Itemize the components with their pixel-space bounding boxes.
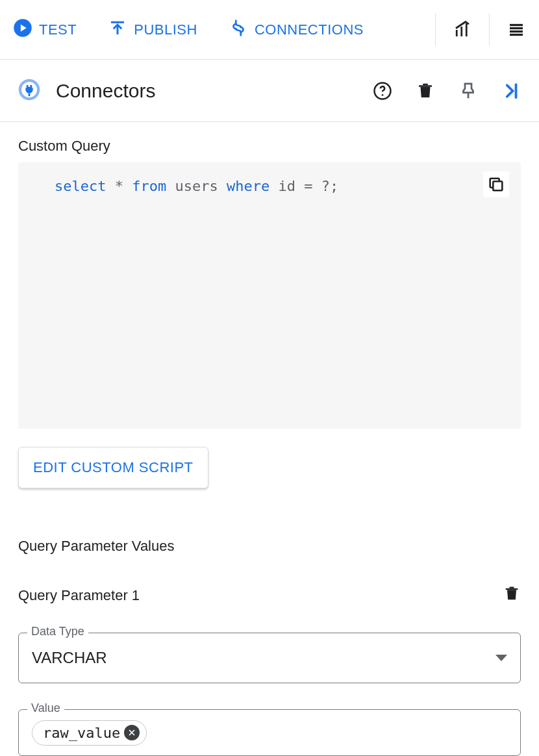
data-type-value: VARCHAR — [32, 649, 495, 667]
connectors-icon — [18, 79, 40, 103]
pin-button[interactable] — [458, 81, 478, 101]
delete-button[interactable] — [416, 81, 435, 101]
menu-button[interactable] — [507, 20, 526, 40]
top-toolbar: TEST PUBLISH CONNECTIONS — [0, 0, 539, 60]
upload-icon — [108, 18, 127, 42]
copy-button[interactable] — [483, 171, 509, 197]
content-area: Custom Query select * from users where i… — [0, 122, 539, 756]
svg-point-13 — [382, 94, 384, 95]
delete-parameter-button[interactable] — [503, 585, 521, 607]
plug-icon — [229, 18, 248, 42]
chevron-down-icon — [495, 655, 507, 661]
connections-label: CONNECTIONS — [255, 21, 364, 38]
page-title: Connectors — [56, 80, 373, 102]
custom-query-code: select * from users where id = ?; — [18, 162, 521, 429]
section-header: Connectors — [0, 60, 539, 122]
play-icon — [13, 18, 32, 42]
toolbar-divider — [435, 14, 436, 46]
test-button[interactable]: TEST — [13, 18, 77, 42]
value-chip-text: raw_value — [43, 725, 120, 741]
query-param-values-heading: Query Parameter Values — [18, 538, 521, 555]
publish-button[interactable]: PUBLISH — [108, 18, 197, 42]
query-parameter: Query Parameter 1 Data Type VARCHAR Valu… — [18, 585, 521, 756]
svg-rect-16 — [493, 181, 502, 190]
collapse-panel-button[interactable] — [501, 81, 521, 101]
query-parameter-name: Query Parameter 1 — [18, 587, 140, 604]
connections-button[interactable]: CONNECTIONS — [229, 18, 364, 42]
remove-chip-button[interactable] — [124, 725, 140, 740]
value-field[interactable]: Value raw_value — [18, 709, 521, 756]
data-type-label: Data Type — [27, 625, 88, 638]
test-label: TEST — [39, 21, 77, 38]
edit-custom-script-button[interactable]: EDIT CUSTOM SCRIPT — [18, 447, 208, 488]
value-label: Value — [27, 701, 64, 715]
toolbar-divider — [489, 14, 490, 46]
custom-query-label: Custom Query — [18, 138, 521, 155]
analytics-button[interactable] — [453, 20, 472, 40]
data-type-field[interactable]: Data Type VARCHAR — [18, 633, 521, 683]
value-chip[interactable]: raw_value — [32, 720, 147, 746]
publish-label: PUBLISH — [134, 21, 197, 38]
help-button[interactable] — [373, 81, 392, 101]
